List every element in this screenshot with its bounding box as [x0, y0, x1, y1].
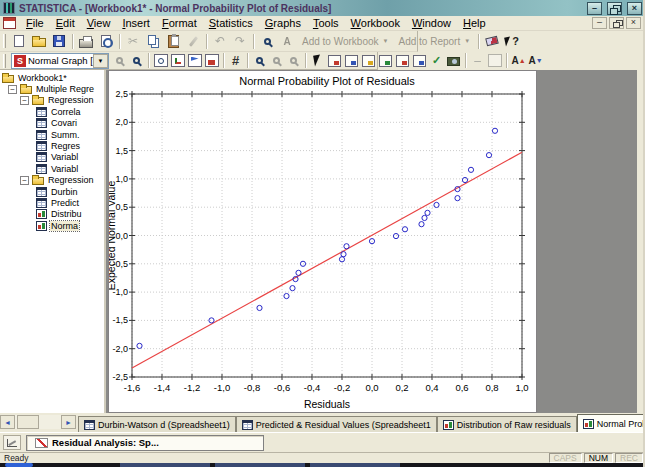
- snapshot-button[interactable]: [445, 53, 462, 69]
- child-close-button[interactable]: ×: [626, 17, 641, 29]
- graph-icon: [443, 420, 454, 430]
- cut-button[interactable]: ✂: [123, 32, 143, 50]
- undo-button[interactable]: ↶: [210, 32, 230, 50]
- scroll-right-button[interactable]: ►: [61, 415, 76, 429]
- collapse-expander-icon[interactable]: −: [20, 96, 29, 105]
- open-button[interactable]: [29, 32, 49, 50]
- tree-item-normal-plot[interactable]: Norma: [0, 220, 104, 231]
- replace-button[interactable]: A: [277, 32, 297, 50]
- tree-item-summary[interactable]: Summ.: [0, 129, 104, 140]
- menu-view[interactable]: View: [81, 16, 117, 30]
- add-text-button[interactable]: [343, 53, 360, 69]
- scroll-left-button[interactable]: ◄: [0, 415, 15, 429]
- child-restore-button[interactable]: [609, 17, 624, 29]
- menu-tools[interactable]: Tools: [307, 16, 345, 30]
- draw-oval-button[interactable]: [377, 53, 394, 69]
- tree-item-regression-summary[interactable]: Regres: [0, 140, 104, 151]
- draw-polyline-button[interactable]: [411, 53, 428, 69]
- format-painter-button[interactable]: [183, 32, 203, 50]
- selector-dropdown-button[interactable]: ▼: [93, 54, 108, 68]
- restore-button[interactable]: [607, 2, 622, 15]
- zoom-mode-button[interactable]: [128, 53, 145, 69]
- line-style-button[interactable]: –: [469, 53, 486, 69]
- tree-item-variables-2[interactable]: Variabl: [0, 163, 104, 174]
- collapse-expander-icon[interactable]: −: [8, 85, 17, 94]
- tree-item-durbin-watson[interactable]: Durbin: [0, 186, 104, 197]
- graph-data-editor-button[interactable]: [203, 53, 220, 69]
- accept-button[interactable]: ✓: [428, 53, 445, 69]
- menu-graphs[interactable]: Graphs: [259, 16, 307, 30]
- menu-file[interactable]: File: [20, 16, 50, 30]
- child-minimize-button[interactable]: –: [592, 17, 607, 29]
- svg-text:0,2: 0,2: [395, 382, 408, 393]
- menu-insert[interactable]: Insert: [116, 16, 156, 30]
- tree-item-multiple-regression[interactable]: −Multiple Regre: [0, 83, 104, 94]
- menu-edit[interactable]: Edit: [50, 16, 81, 30]
- tree-item-workbook1[interactable]: Workbook1*: [0, 72, 104, 83]
- tree-item-regression-2[interactable]: −Regression: [0, 175, 104, 186]
- fill-pattern-button[interactable]: [486, 53, 503, 69]
- tree-item-predicted-residuals[interactable]: Predict: [0, 197, 104, 208]
- decrease-font-button[interactable]: A ▼: [527, 53, 544, 69]
- pointer-tool-button[interactable]: [309, 53, 326, 69]
- spreadsheet-icon: [36, 198, 47, 208]
- add-to-workbook-button[interactable]: Add to Workbook ▼: [297, 36, 393, 47]
- tree-item-regression-1[interactable]: −Regression: [0, 95, 104, 106]
- zoom-custom-button[interactable]: [285, 53, 302, 69]
- add-to-report-button[interactable]: Add to Report ▼: [393, 36, 475, 47]
- menu-statistics[interactable]: Statistics: [203, 16, 259, 30]
- increase-font-button[interactable]: A ▲: [510, 53, 527, 69]
- scrollbar-thumb[interactable]: [17, 415, 39, 429]
- minimize-button[interactable]: –: [587, 2, 602, 15]
- graph-type-selector[interactable]: S Normal Graph [... ▼: [11, 53, 109, 69]
- tab-distribution[interactable]: Distribution of Raw residuals: [437, 416, 577, 432]
- draw-arrow-button[interactable]: [394, 53, 411, 69]
- zoom-tool-button[interactable]: [111, 53, 128, 69]
- menu-help[interactable]: Help: [457, 16, 492, 30]
- residual-analysis-button[interactable]: Residual Analysis: Sp...: [26, 435, 264, 451]
- caps-indicator: CAPS: [549, 453, 582, 463]
- menu-format[interactable]: Format: [156, 16, 203, 30]
- toolbar-grip[interactable]: [3, 34, 6, 48]
- close-button[interactable]: ×: [627, 2, 642, 15]
- workbook-tree: Workbook1* −Multiple Regre −Regression C…: [0, 70, 106, 413]
- tab-predicted-residuals[interactable]: Predicted & Residual Values (Spreadsheet…: [236, 416, 437, 432]
- edit-points-button[interactable]: [326, 53, 343, 69]
- redo-button[interactable]: ↷: [230, 32, 250, 50]
- menu-workbook[interactable]: Workbook: [345, 16, 406, 30]
- start-button-sliver[interactable]: [5, 463, 33, 467]
- analysis-mini-button[interactable]: [3, 435, 21, 450]
- tree-item-covariances[interactable]: Covari: [0, 118, 104, 129]
- select-region-button[interactable]: [152, 53, 169, 69]
- graph-options-button[interactable]: [169, 53, 186, 69]
- zoom-out-button[interactable]: [268, 53, 285, 69]
- macro-button[interactable]: [482, 32, 502, 50]
- tab-durbin-watson[interactable]: Durbin-Watson d (Spreadsheet1): [78, 416, 236, 432]
- svg-text:-1,2: -1,2: [184, 382, 200, 393]
- save-button[interactable]: [49, 32, 69, 50]
- svg-text:-1,6: -1,6: [124, 382, 140, 393]
- paste-button[interactable]: [163, 32, 183, 50]
- tree-item-correlations[interactable]: Correla: [0, 106, 104, 117]
- context-help-button[interactable]: ?: [502, 32, 522, 50]
- svg-text:-1,0: -1,0: [214, 382, 230, 393]
- tab-normal-probability-plot[interactable]: Normal Probability Plot of Residuals: [577, 414, 645, 432]
- open-folder-icon: [32, 38, 46, 47]
- gridlines-button[interactable]: #: [227, 53, 244, 69]
- document-app-icon[interactable]: [3, 17, 16, 29]
- collapse-expander-icon[interactable]: −: [20, 176, 29, 185]
- zoom-in-button[interactable]: [251, 53, 268, 69]
- copy-button[interactable]: [143, 32, 163, 50]
- graph-icon: [36, 221, 47, 231]
- new-button[interactable]: [9, 32, 29, 50]
- draw-polyline-icon: [413, 55, 426, 67]
- find-button[interactable]: [257, 32, 277, 50]
- brush-tool-button[interactable]: [186, 53, 203, 69]
- tree-item-variables-1[interactable]: Variabl: [0, 152, 104, 163]
- menu-window[interactable]: Window: [406, 16, 457, 30]
- print-preview-button[interactable]: [96, 32, 116, 50]
- draw-rect-button[interactable]: [360, 53, 377, 69]
- print-button[interactable]: [76, 32, 96, 50]
- tree-item-distribution[interactable]: Distribu: [0, 209, 104, 220]
- toolbar-grip[interactable]: [3, 54, 6, 68]
